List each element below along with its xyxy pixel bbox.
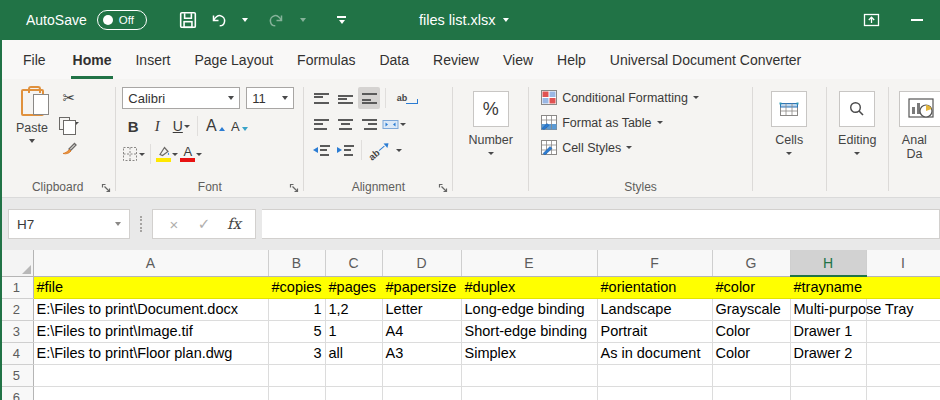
cell-h3[interactable]: Drawer 1 xyxy=(790,320,866,342)
align-center-button[interactable] xyxy=(334,113,356,135)
cell-c2[interactable]: 1,2 xyxy=(325,298,382,320)
editing-group-button[interactable]: Editing xyxy=(827,83,888,197)
tab-formulas[interactable]: Formulas xyxy=(285,40,367,79)
column-header-h-active[interactable]: H xyxy=(790,250,866,276)
font-size-combo[interactable]: 11 xyxy=(246,87,294,109)
cell-e3[interactable]: Short-edge binding xyxy=(461,320,597,342)
column-header-b[interactable]: B xyxy=(268,250,325,276)
font-name-combo[interactable]: Calibri xyxy=(122,87,240,109)
row-header-2[interactable]: 2 xyxy=(0,298,33,320)
cell-e5[interactable] xyxy=(461,364,597,386)
tab-review[interactable]: Review xyxy=(421,40,491,79)
alignment-dialog-launcher[interactable] xyxy=(438,183,448,193)
cell-f6[interactable] xyxy=(597,386,712,400)
cell-h4[interactable]: Drawer 2 xyxy=(790,342,866,364)
borders-button[interactable] xyxy=(122,143,145,165)
minimize-button[interactable] xyxy=(894,0,940,40)
cell-c1[interactable]: #pages xyxy=(325,276,382,298)
cell-a1[interactable]: #file xyxy=(33,276,268,298)
cell-b5[interactable] xyxy=(268,364,325,386)
cell-i5[interactable] xyxy=(866,364,940,386)
name-box[interactable]: H7 xyxy=(8,209,130,239)
cell-h6[interactable] xyxy=(790,386,866,400)
align-right-button[interactable] xyxy=(358,113,380,135)
tab-page-layout[interactable]: Page Layout xyxy=(182,40,285,79)
undo-button[interactable] xyxy=(209,7,229,33)
tab-universal-document-converter[interactable]: Universal Document Converter xyxy=(598,40,813,79)
number-group-button[interactable]: % Number xyxy=(453,83,528,197)
ribbon-display-options-button[interactable] xyxy=(848,0,894,40)
cell-e6[interactable] xyxy=(461,386,597,400)
cell-a4[interactable]: E:\Files to print\Floor plan.dwg xyxy=(33,342,268,364)
increase-font-size-button[interactable]: A xyxy=(203,115,225,137)
bottom-align-button[interactable] xyxy=(358,87,380,109)
autosave-toggle[interactable]: Off xyxy=(97,10,147,30)
row-header-3[interactable]: 3 xyxy=(0,320,33,342)
cancel-button[interactable]: × xyxy=(159,216,189,233)
cell-a2[interactable]: E:\Files to print\Document.docx xyxy=(33,298,268,320)
cell-d5[interactable] xyxy=(382,364,461,386)
select-all-button[interactable] xyxy=(0,250,33,276)
wrap-text-button[interactable]: ab xyxy=(391,87,413,109)
cut-button[interactable]: ✂ xyxy=(58,87,80,109)
cell-b6[interactable] xyxy=(268,386,325,400)
cell-styles-button[interactable]: Cell Styles xyxy=(539,135,748,160)
cell-e4[interactable]: Simplex xyxy=(461,342,597,364)
cell-c3[interactable]: 1 xyxy=(325,320,382,342)
cell-f2[interactable]: Landscape xyxy=(597,298,712,320)
cell-i6[interactable] xyxy=(866,386,940,400)
italic-button[interactable]: I xyxy=(146,115,168,137)
column-header-i[interactable]: I xyxy=(866,250,940,276)
row-header-6[interactable]: 6 xyxy=(0,386,33,400)
underline-button[interactable]: U xyxy=(170,115,192,137)
tab-insert[interactable]: Insert xyxy=(123,40,182,79)
merge-center-button[interactable] xyxy=(382,113,406,135)
tab-file[interactable]: File xyxy=(8,40,61,79)
redo-button[interactable] xyxy=(267,7,287,33)
redo-dropdown[interactable] xyxy=(295,7,311,33)
cell-g1[interactable]: #color xyxy=(712,276,790,298)
row-header-5[interactable]: 5 xyxy=(0,364,33,386)
cell-b4[interactable]: 3 xyxy=(268,342,325,364)
cell-c6[interactable] xyxy=(325,386,382,400)
cell-e2[interactable]: Long-edge binding xyxy=(461,298,597,320)
insert-function-button[interactable]: fx xyxy=(219,215,249,233)
cell-e1[interactable]: #duplex xyxy=(461,276,597,298)
formula-input[interactable] xyxy=(262,209,940,239)
cell-g2[interactable]: Grayscale xyxy=(712,298,790,320)
cell-d1[interactable]: #papersize xyxy=(382,276,461,298)
column-header-a[interactable]: A xyxy=(33,250,268,276)
decrease-indent-button[interactable] xyxy=(310,139,332,161)
cell-g4[interactable]: Color xyxy=(712,342,790,364)
cell-a5[interactable] xyxy=(33,364,268,386)
row-header-1[interactable]: 1 xyxy=(0,276,33,298)
cell-i4[interactable] xyxy=(866,342,940,364)
cell-g6[interactable] xyxy=(712,386,790,400)
save-button[interactable] xyxy=(175,7,201,33)
fill-color-button[interactable] xyxy=(156,143,178,165)
cell-f3[interactable]: Portrait xyxy=(597,320,712,342)
column-header-e[interactable]: E xyxy=(461,250,597,276)
column-header-f[interactable]: F xyxy=(597,250,712,276)
top-align-button[interactable] xyxy=(310,87,332,109)
cell-d4[interactable]: A3 xyxy=(382,342,461,364)
format-painter-button[interactable] xyxy=(58,137,80,159)
analyze-data-group-button[interactable]: AnalDa xyxy=(889,83,940,197)
column-header-c[interactable]: C xyxy=(325,250,382,276)
cell-b3[interactable]: 5 xyxy=(268,320,325,342)
cell-h2[interactable]: Multi-purpose Tray xyxy=(790,298,866,320)
align-left-button[interactable] xyxy=(310,113,332,135)
cell-a3[interactable]: E:\Files to print\Image.tif xyxy=(33,320,268,342)
format-as-table-button[interactable]: Format as Table xyxy=(539,110,748,135)
cell-h5[interactable] xyxy=(790,364,866,386)
increase-indent-button[interactable] xyxy=(334,139,356,161)
cell-b2[interactable]: 1 xyxy=(268,298,325,320)
cell-d2[interactable]: Letter xyxy=(382,298,461,320)
tab-data[interactable]: Data xyxy=(367,40,421,79)
row-header-4[interactable]: 4 xyxy=(0,342,33,364)
cell-f4[interactable]: As in document xyxy=(597,342,712,364)
font-dialog-launcher[interactable] xyxy=(289,183,299,193)
paste-button[interactable]: Paste xyxy=(6,85,58,177)
cell-g3[interactable]: Color xyxy=(712,320,790,342)
clipboard-dialog-launcher[interactable] xyxy=(101,183,111,193)
